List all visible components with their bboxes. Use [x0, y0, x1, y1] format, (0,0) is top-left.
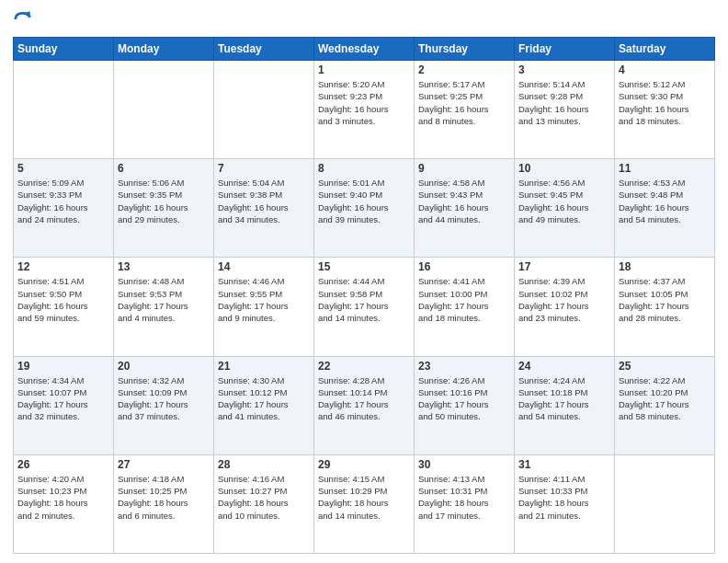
day-info: Sunrise: 4:26 AM Sunset: 10:16 PM Daylig…: [418, 374, 510, 423]
day-info: Sunrise: 4:34 AM Sunset: 10:07 PM Daylig…: [17, 374, 109, 423]
day-number: 21: [218, 360, 310, 373]
day-number: 31: [518, 458, 610, 471]
day-number: 12: [17, 260, 109, 273]
day-number: 9: [418, 162, 510, 175]
day-info: Sunrise: 4:53 AM Sunset: 9:48 PM Dayligh…: [619, 177, 711, 225]
day-number: 18: [619, 260, 711, 273]
page: SundayMondayTuesdayWednesdayThursdayFrid…: [0, 0, 728, 563]
day-info: Sunrise: 4:30 AM Sunset: 10:12 PM Daylig…: [218, 374, 310, 423]
weekday-header-monday: Monday: [114, 38, 214, 61]
calendar-cell: [615, 454, 715, 553]
day-info: Sunrise: 4:24 AM Sunset: 10:18 PM Daylig…: [518, 374, 610, 423]
weekday-header-friday: Friday: [515, 38, 615, 61]
calendar-cell: 7Sunrise: 5:04 AM Sunset: 9:38 PM Daylig…: [214, 159, 314, 258]
day-number: 28: [218, 458, 310, 471]
day-info: Sunrise: 4:28 AM Sunset: 10:14 PM Daylig…: [318, 374, 410, 423]
day-info: Sunrise: 4:15 AM Sunset: 10:29 PM Daylig…: [318, 473, 410, 522]
day-number: 26: [17, 458, 109, 471]
calendar-week-row: 1Sunrise: 5:20 AM Sunset: 9:23 PM Daylig…: [14, 61, 715, 159]
day-number: 8: [318, 162, 410, 175]
day-info: Sunrise: 5:14 AM Sunset: 9:28 PM Dayligh…: [518, 78, 610, 127]
calendar-cell: 26Sunrise: 4:20 AM Sunset: 10:23 PM Dayl…: [14, 454, 114, 553]
calendar-cell: 19Sunrise: 4:34 AM Sunset: 10:07 PM Dayl…: [14, 356, 114, 454]
calendar-cell: 6Sunrise: 5:06 AM Sunset: 9:35 PM Daylig…: [114, 159, 214, 258]
day-info: Sunrise: 4:18 AM Sunset: 10:25 PM Daylig…: [118, 473, 210, 522]
day-info: Sunrise: 5:12 AM Sunset: 9:30 PM Dayligh…: [619, 78, 711, 127]
day-info: Sunrise: 5:17 AM Sunset: 9:25 PM Dayligh…: [418, 78, 510, 127]
calendar-cell: 31Sunrise: 4:11 AM Sunset: 10:33 PM Dayl…: [515, 454, 615, 553]
calendar-cell: 28Sunrise: 4:16 AM Sunset: 10:27 PM Dayl…: [214, 454, 314, 553]
calendar-week-row: 26Sunrise: 4:20 AM Sunset: 10:23 PM Dayl…: [14, 454, 715, 553]
day-number: 6: [118, 162, 210, 175]
calendar-cell: 2Sunrise: 5:17 AM Sunset: 9:25 PM Daylig…: [415, 61, 515, 159]
calendar-week-row: 5Sunrise: 5:09 AM Sunset: 9:33 PM Daylig…: [14, 159, 715, 258]
day-number: 24: [518, 360, 610, 373]
calendar-cell: 17Sunrise: 4:39 AM Sunset: 10:02 PM Dayl…: [515, 258, 615, 356]
day-info: Sunrise: 4:48 AM Sunset: 9:53 PM Dayligh…: [118, 275, 210, 324]
weekday-header-saturday: Saturday: [615, 38, 715, 61]
calendar-cell: 29Sunrise: 4:15 AM Sunset: 10:29 PM Dayl…: [314, 454, 415, 553]
day-number: 3: [518, 63, 610, 76]
calendar-week-row: 12Sunrise: 4:51 AM Sunset: 9:50 PM Dayli…: [14, 258, 715, 356]
calendar-cell: 3Sunrise: 5:14 AM Sunset: 9:28 PM Daylig…: [515, 61, 615, 159]
calendar-cell: 14Sunrise: 4:46 AM Sunset: 9:55 PM Dayli…: [214, 258, 314, 356]
day-info: Sunrise: 4:16 AM Sunset: 10:27 PM Daylig…: [218, 473, 310, 522]
day-info: Sunrise: 4:20 AM Sunset: 10:23 PM Daylig…: [17, 473, 109, 522]
day-info: Sunrise: 4:46 AM Sunset: 9:55 PM Dayligh…: [218, 275, 310, 324]
day-number: 7: [218, 162, 310, 175]
day-number: 14: [218, 260, 310, 273]
calendar-cell: 12Sunrise: 4:51 AM Sunset: 9:50 PM Dayli…: [14, 258, 114, 356]
calendar-cell: 11Sunrise: 4:53 AM Sunset: 9:48 PM Dayli…: [615, 159, 715, 258]
day-number: 27: [118, 458, 210, 471]
day-number: 25: [619, 360, 711, 373]
day-info: Sunrise: 4:44 AM Sunset: 9:58 PM Dayligh…: [318, 275, 410, 324]
weekday-header-row: SundayMondayTuesdayWednesdayThursdayFrid…: [14, 38, 715, 61]
day-info: Sunrise: 4:13 AM Sunset: 10:31 PM Daylig…: [418, 473, 510, 522]
day-number: 30: [418, 458, 510, 471]
calendar-cell: 27Sunrise: 4:18 AM Sunset: 10:25 PM Dayl…: [114, 454, 214, 553]
calendar-cell: 13Sunrise: 4:48 AM Sunset: 9:53 PM Dayli…: [114, 258, 214, 356]
day-info: Sunrise: 5:06 AM Sunset: 9:35 PM Dayligh…: [118, 177, 210, 225]
calendar-cell: 1Sunrise: 5:20 AM Sunset: 9:23 PM Daylig…: [314, 61, 415, 159]
day-info: Sunrise: 4:51 AM Sunset: 9:50 PM Dayligh…: [17, 275, 109, 324]
day-info: Sunrise: 4:11 AM Sunset: 10:33 PM Daylig…: [518, 473, 610, 522]
day-number: 11: [619, 162, 711, 175]
day-number: 1: [318, 63, 410, 76]
calendar-week-row: 19Sunrise: 4:34 AM Sunset: 10:07 PM Dayl…: [14, 356, 715, 454]
day-number: 2: [418, 63, 510, 76]
day-info: Sunrise: 4:37 AM Sunset: 10:05 PM Daylig…: [619, 275, 711, 324]
day-info: Sunrise: 4:41 AM Sunset: 10:00 PM Daylig…: [418, 275, 510, 324]
header: [13, 9, 715, 29]
calendar-cell: 21Sunrise: 4:30 AM Sunset: 10:12 PM Dayl…: [214, 356, 314, 454]
day-number: 20: [118, 360, 210, 373]
weekday-header-tuesday: Tuesday: [214, 38, 314, 61]
day-number: 23: [418, 360, 510, 373]
calendar-cell: 8Sunrise: 5:01 AM Sunset: 9:40 PM Daylig…: [314, 159, 415, 258]
day-number: 29: [318, 458, 410, 471]
calendar-cell: 16Sunrise: 4:41 AM Sunset: 10:00 PM Dayl…: [415, 258, 515, 356]
logo-icon: [13, 9, 33, 29]
day-number: 19: [17, 360, 109, 373]
logo: [13, 9, 35, 29]
calendar-cell: 10Sunrise: 4:56 AM Sunset: 9:45 PM Dayli…: [515, 159, 615, 258]
day-info: Sunrise: 4:56 AM Sunset: 9:45 PM Dayligh…: [518, 177, 610, 225]
day-info: Sunrise: 4:22 AM Sunset: 10:20 PM Daylig…: [619, 374, 711, 423]
weekday-header-thursday: Thursday: [415, 38, 515, 61]
calendar-body: 1Sunrise: 5:20 AM Sunset: 9:23 PM Daylig…: [14, 61, 715, 554]
calendar-cell: 22Sunrise: 4:28 AM Sunset: 10:14 PM Dayl…: [314, 356, 415, 454]
calendar-cell: 25Sunrise: 4:22 AM Sunset: 10:20 PM Dayl…: [615, 356, 715, 454]
day-number: 5: [17, 162, 109, 175]
calendar-cell: 4Sunrise: 5:12 AM Sunset: 9:30 PM Daylig…: [615, 61, 715, 159]
day-number: 22: [318, 360, 410, 373]
day-number: 13: [118, 260, 210, 273]
calendar-cell: 5Sunrise: 5:09 AM Sunset: 9:33 PM Daylig…: [14, 159, 114, 258]
day-number: 17: [518, 260, 610, 273]
day-info: Sunrise: 5:20 AM Sunset: 9:23 PM Dayligh…: [318, 78, 410, 127]
day-number: 4: [619, 63, 711, 76]
calendar-cell: [14, 61, 114, 159]
calendar-cell: 24Sunrise: 4:24 AM Sunset: 10:18 PM Dayl…: [515, 356, 615, 454]
day-info: Sunrise: 5:04 AM Sunset: 9:38 PM Dayligh…: [218, 177, 310, 225]
day-number: 10: [518, 162, 610, 175]
weekday-header-wednesday: Wednesday: [314, 38, 415, 61]
day-number: 15: [318, 260, 410, 273]
